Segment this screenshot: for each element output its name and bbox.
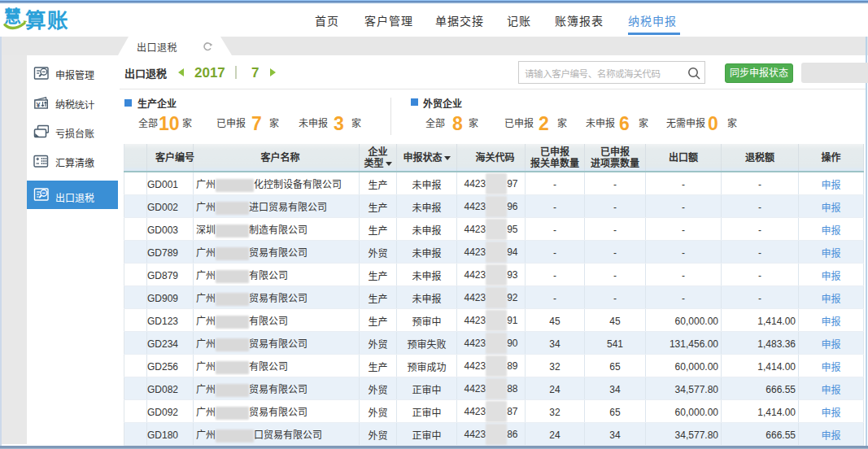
svg-text:慧: 慧 [4, 2, 21, 27]
svg-text:算账: 算账 [25, 3, 69, 33]
svg-text:¥: ¥ [37, 101, 41, 109]
